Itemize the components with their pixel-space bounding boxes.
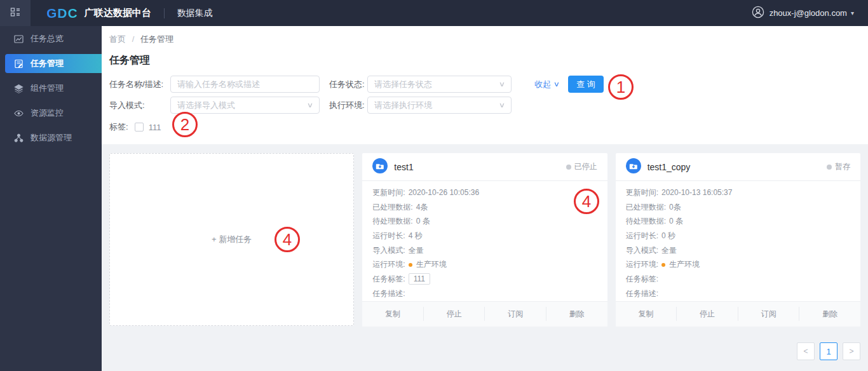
brand-logo: GDC — [46, 6, 78, 21]
subscribe-button[interactable]: 订阅 — [738, 309, 799, 320]
add-task-label: + 新增任务 — [212, 234, 252, 245]
collapse-filters-link[interactable]: 收起 ∨ — [534, 79, 559, 90]
card-actions: 复制 停止 订阅 删除 — [616, 301, 860, 327]
status-badge: 已停止 — [566, 161, 597, 172]
content-header: 首页 / 任务管理 任务管理 任务名称/描述: 任务状态: 请选择任务状态 ∨ — [102, 26, 868, 144]
task-icon — [626, 158, 641, 176]
pending-count: 0 条 — [416, 216, 430, 227]
run-duration: 0 秒 — [661, 231, 675, 241]
tag-checkbox[interactable] — [135, 123, 144, 132]
task-status-label: 任务状态: — [329, 79, 367, 90]
task-title: test1 — [394, 162, 566, 172]
task-card-grid: + 新增任务 test1 — [109, 153, 860, 326]
topbar: GDC 广联达数据中台 数据集成 zhoux-j@glodon.com ▾ — [0, 0, 868, 26]
page-next-button[interactable]: > — [843, 342, 860, 360]
menu-layout-icon — [10, 7, 20, 20]
breadcrumb-current: 任务管理 — [140, 34, 173, 44]
stop-button[interactable]: 停止 — [677, 309, 738, 320]
import-mode: 全量 — [409, 245, 424, 256]
sidebar-item-datasource-management[interactable]: 数据源管理 — [0, 128, 102, 147]
task-card-test1-copy: test1_copy 暂存 更新时间:2020-10-13 16:05:37 已… — [616, 153, 860, 326]
topbar-divider — [164, 8, 165, 18]
import-mode: 全量 — [661, 245, 677, 256]
sidebar-item-label: 任务管理 — [31, 58, 64, 69]
task-card-test1: test1 已停止 更新时间:2020-10-26 10:05:36 已处理数据… — [362, 153, 607, 326]
run-env: 生产环境 — [669, 259, 700, 270]
app-root: GDC 广联达数据中台 数据集成 zhoux-j@glodon.com ▾ — [0, 0, 868, 371]
processed-count: 4条 — [416, 202, 428, 213]
chevron-down-icon: ∨ — [499, 101, 505, 109]
task-name-input[interactable] — [170, 76, 320, 93]
eye-icon — [14, 109, 24, 118]
filter-panel: 任务名称/描述: 任务状态: 请选择任务状态 ∨ 收起 ∨ 查 询 — [109, 76, 860, 133]
tag-option-111[interactable]: 111 — [149, 123, 161, 132]
task-status-select[interactable]: 请选择任务状态 ∨ — [367, 76, 512, 93]
chevron-down-icon: ▾ — [851, 10, 854, 17]
user-menu[interactable]: zhoux-j@glodon.com ▾ — [752, 6, 854, 21]
run-duration: 4 秒 — [409, 231, 423, 241]
page-number-1[interactable]: 1 — [820, 342, 837, 360]
page-title: 任务管理 — [109, 53, 860, 67]
exec-env-select[interactable]: 请选择执行环境 ∨ — [367, 97, 512, 114]
sidebar-item-task-overview[interactable]: 任务总览 — [0, 29, 102, 48]
env-dot-icon — [409, 263, 412, 267]
tag-label: 标签: — [109, 121, 128, 133]
exec-env-label: 执行环境: — [329, 100, 367, 111]
import-mode-label: 导入模式: — [109, 100, 170, 111]
status-dot-icon — [827, 165, 832, 170]
task-icon — [372, 158, 388, 176]
search-button[interactable]: 查 询 — [568, 76, 604, 93]
status-badge: 暂存 — [827, 161, 850, 172]
update-time: 2020-10-13 16:05:37 — [661, 188, 732, 197]
sidebar-item-label: 数据源管理 — [31, 132, 72, 144]
sidebar-item-label: 资源监控 — [31, 107, 64, 119]
env-dot-icon — [661, 263, 665, 267]
run-env: 生产环境 — [416, 259, 447, 270]
layers-icon — [14, 84, 24, 93]
sidebar-item-task-management[interactable]: 任务管理 — [5, 54, 102, 73]
pending-count: 0 条 — [669, 216, 683, 227]
chevron-down-icon: ∨ — [553, 80, 560, 88]
breadcrumb-separator: / — [132, 34, 135, 44]
status-dot-icon — [566, 165, 571, 170]
delete-button[interactable]: 删除 — [799, 309, 860, 320]
sidebar-item-label: 任务总览 — [31, 33, 64, 44]
breadcrumb: 首页 / 任务管理 — [109, 34, 860, 45]
subscribe-button[interactable]: 订阅 — [485, 309, 546, 320]
sidebar: 任务总览 任务管理 组件管理 — [0, 26, 102, 371]
stop-button[interactable]: 停止 — [424, 309, 485, 320]
nodes-icon — [14, 133, 24, 143]
sidebar-collapse-button[interactable] — [0, 0, 31, 26]
task-name-label: 任务名称/描述: — [109, 79, 170, 90]
processed-count: 0条 — [669, 202, 681, 213]
page-prev-button[interactable]: < — [797, 342, 815, 360]
breadcrumb-home[interactable]: 首页 — [109, 34, 126, 44]
add-task-card[interactable]: + 新增任务 — [109, 153, 354, 326]
avatar-icon — [752, 6, 764, 21]
task-title: test1_copy — [648, 162, 827, 172]
product-name: 广联达数据中台 — [85, 7, 151, 19]
sidebar-item-resource-monitor[interactable]: 资源监控 — [0, 104, 102, 123]
copy-button[interactable]: 复制 — [616, 309, 677, 320]
topbar-nav-data-integration[interactable]: 数据集成 — [177, 8, 213, 19]
task-tag-chip: 111 — [409, 273, 430, 285]
copy-button[interactable]: 复制 — [362, 309, 423, 320]
chevron-down-icon: ∨ — [307, 101, 313, 109]
tag-filter-row: 标签: 111 — [109, 121, 860, 133]
card-actions: 复制 停止 订阅 删除 — [362, 301, 607, 327]
import-mode-select[interactable]: 请选择导入模式 ∨ — [170, 97, 320, 114]
content-body: + 新增任务 test1 — [102, 144, 868, 371]
update-time: 2020-10-26 10:05:36 — [409, 188, 479, 197]
sidebar-item-component-management[interactable]: 组件管理 — [0, 79, 102, 98]
sidebar-item-label: 组件管理 — [31, 83, 64, 94]
pagination: < 1 > — [109, 342, 860, 360]
user-email: zhoux-j@glodon.com — [770, 8, 847, 18]
delete-button[interactable]: 删除 — [546, 309, 607, 320]
chart-icon — [14, 34, 24, 44]
document-icon — [14, 59, 24, 69]
chevron-down-icon: ∨ — [499, 80, 505, 88]
